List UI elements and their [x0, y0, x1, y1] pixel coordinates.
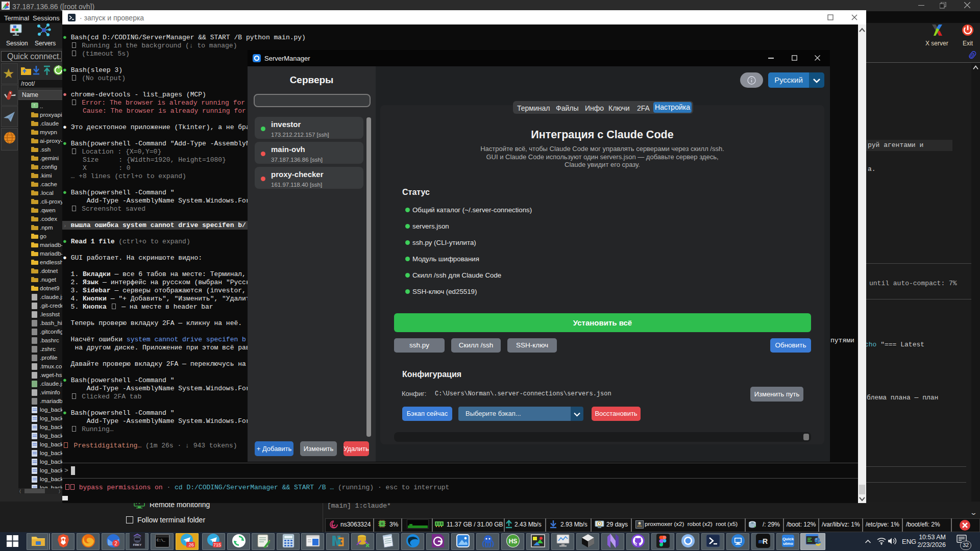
svg-text:utmo: utmo	[783, 541, 793, 546]
svg-text:Quick: Quick	[782, 537, 794, 541]
svg-text:FRKY: FRKY	[133, 543, 141, 546]
svg-text:R: R	[763, 537, 768, 545]
svg-text:2: 2	[114, 541, 117, 546]
svg-text:715: 715	[213, 542, 220, 547]
svg-text:C:\_: C:\_	[157, 538, 166, 542]
svg-text:HS: HS	[508, 538, 517, 545]
svg-text:.26: .26	[187, 542, 194, 547]
